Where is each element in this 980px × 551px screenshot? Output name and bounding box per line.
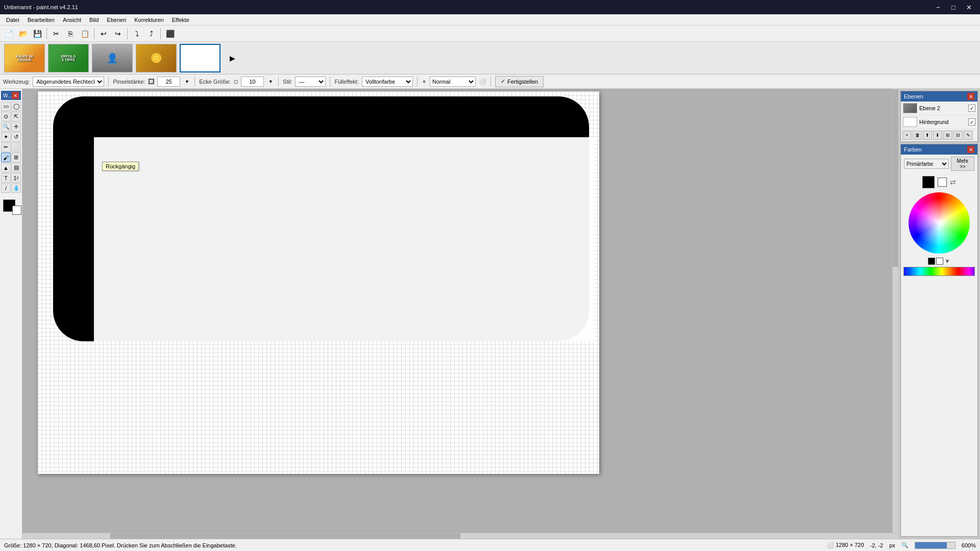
titlebar: Unbenannt - paint.net v4.2.11 − □ ✕: [0, 0, 980, 14]
color-wheel[interactable]: [909, 192, 970, 254]
tool-text[interactable]: T: [1, 173, 11, 183]
history-thumb-1[interactable]: KAUFE IMCRASH!: [4, 44, 45, 72]
history-more-button[interactable]: ▶: [226, 52, 239, 64]
tool-gradient[interactable]: ▤: [11, 163, 21, 172]
menu-bearbeiten[interactable]: Bearbeiten: [23, 14, 59, 25]
colors-more-button[interactable]: Mehr >>: [951, 157, 974, 171]
open-button[interactable]: 📂: [16, 27, 30, 40]
tool-pencil[interactable]: ✏: [1, 142, 11, 152]
color-swatch-area[interactable]: [3, 199, 22, 215]
zoom-slider[interactable]: [915, 542, 955, 549]
stil-select[interactable]: —: [295, 77, 326, 87]
tool-recolor[interactable]: ↺: [11, 132, 21, 142]
paste-button[interactable]: 📋: [78, 27, 91, 40]
menu-datei[interactable]: Datei: [2, 14, 23, 25]
swatch-black[interactable]: [928, 258, 935, 265]
tool-stamp[interactable]: ⊞: [11, 153, 21, 162]
werkzeug-select[interactable]: Abgerundetes Rechteck: [33, 77, 104, 87]
close-button[interactable]: ✕: [962, 2, 976, 13]
layers-close-button[interactable]: ✕: [967, 93, 974, 100]
undo-button[interactable]: ↩: [97, 27, 110, 40]
colors-panel: Farben ✕ Primärfarbe Sekundärfarbe Mehr …: [900, 144, 978, 537]
image-history: KAUFE IMCRASH! ERFOLG5 TIPPS 👤 🪙 ▶: [0, 42, 980, 74]
copy-button[interactable]: ⎘: [64, 27, 77, 40]
canvas-drawing: [38, 91, 599, 474]
tool-eyedrop[interactable]: 💧: [11, 183, 21, 193]
tool-zoom[interactable]: 🔍: [1, 122, 11, 132]
menu-effekte[interactable]: Effekte: [168, 14, 193, 25]
ecke-dropdown[interactable]: ▼: [267, 75, 274, 88]
colors-secondary-swatch[interactable]: [938, 178, 947, 187]
history-thumb-5[interactable]: [180, 44, 220, 72]
crop-button[interactable]: ⬛: [163, 27, 177, 40]
layer-visible-hintergrund[interactable]: ✓: [968, 118, 975, 126]
menu-bild[interactable]: Bild: [85, 14, 103, 25]
save-button[interactable]: 💾: [31, 27, 44, 40]
tool-lasso[interactable]: ⊙: [1, 112, 11, 121]
colors-panel-title: Farben: [904, 146, 922, 153]
menu-korrekturen[interactable]: Korrekturen: [130, 14, 167, 25]
deselect-button[interactable]: ⤵: [130, 27, 143, 40]
layer-duplicate-button[interactable]: ⊟: [953, 131, 963, 140]
minimize-button[interactable]: −: [931, 2, 945, 13]
menu-ebenen[interactable]: Ebenen: [103, 14, 130, 25]
canvas-area[interactable]: Rückgängig ↖ ○: [22, 89, 898, 539]
tool-select-rect[interactable]: ▭: [1, 102, 11, 111]
tool-select-ellipse[interactable]: ◯: [11, 102, 21, 111]
tool-move[interactable]: ✛: [11, 122, 21, 132]
layer-delete-button[interactable]: 🗑: [913, 131, 922, 140]
swatch-white[interactable]: [936, 258, 943, 265]
tool-magic-wand[interactable]: ✦: [1, 132, 11, 142]
swatch-more-icon[interactable]: ▼: [944, 258, 950, 265]
colors-swap-icon[interactable]: ⇄: [950, 178, 956, 186]
color-preview-row: ⇄: [922, 176, 956, 188]
cut-button[interactable]: ✂: [50, 27, 63, 40]
history-thumb-4[interactable]: 🪙: [136, 44, 177, 72]
layer-row-hintergrund[interactable]: Hintergrund ✓: [901, 115, 977, 129]
secondary-color-swatch[interactable]: [12, 206, 21, 215]
tool-fill[interactable]: ▲: [1, 163, 11, 172]
tool-brush[interactable]: 🖌: [1, 153, 11, 162]
tool-eraser[interactable]: ⬜: [11, 142, 21, 152]
layer-merge-button[interactable]: ⊞: [943, 131, 952, 140]
pinselstaerke-icon: 🔲: [148, 79, 154, 84]
right-panels: Ebenen ✕ Ebene 2 ✓ Hintergrund ✓ + 🗑: [898, 89, 980, 539]
stil-label: Stil:: [283, 79, 292, 85]
layer-up-button[interactable]: ⬆: [923, 131, 932, 140]
layer-down-button[interactable]: ⬇: [933, 131, 942, 140]
vscrollbar[interactable]: [892, 89, 898, 533]
layer-row-ebene2[interactable]: Ebene 2 ✓: [901, 102, 977, 115]
pinselstaerke-input[interactable]: [157, 77, 180, 87]
colors-mode-select[interactable]: Primärfarbe Sekundärfarbe: [904, 159, 949, 169]
layer-props-button[interactable]: ✎: [964, 131, 973, 140]
ecke-icon: ◻: [234, 79, 238, 84]
tool-shapes[interactable]: 12: [11, 173, 21, 183]
tool-line[interactable]: /: [1, 183, 11, 193]
tool-move-select[interactable]: ⇱: [11, 112, 21, 121]
toolopt-sep1: [108, 77, 109, 87]
canvas[interactable]: [38, 91, 599, 474]
colors-close-button[interactable]: ✕: [967, 146, 974, 153]
maximize-button[interactable]: □: [946, 2, 961, 13]
invert-sel-button[interactable]: ⤴: [144, 27, 158, 40]
toolbox: W... ✕ ▭ ◯ ⊙ ⇱ 🔍 ✛ ✦ ↺ ✏ ⬜ 🖌 ⊞ ▲: [0, 89, 22, 539]
ecke-groesse-input[interactable]: [241, 77, 264, 87]
new-button[interactable]: 📄: [2, 27, 15, 40]
hscroll-thumb[interactable]: [110, 533, 460, 539]
layer-visible-ebene2[interactable]: ✓: [968, 105, 975, 112]
menu-ansicht[interactable]: Ansicht: [59, 14, 85, 25]
redo-button[interactable]: ↪: [111, 27, 125, 40]
layer-add-button[interactable]: +: [902, 131, 912, 140]
vscroll-thumb[interactable]: [893, 89, 898, 267]
color-palette[interactable]: [903, 267, 975, 276]
blend-mode-select[interactable]: Normal: [430, 77, 476, 87]
fertigstellen-button[interactable]: ✓ Fertigstellen: [495, 76, 544, 87]
werkzeug-label: Werkzeug:: [3, 79, 30, 85]
pinselstaerke-dropdown[interactable]: ▼: [183, 75, 190, 88]
toolbox-close[interactable]: ✕: [12, 92, 19, 99]
fuelleffekt-select[interactable]: Volltonfarbe: [362, 77, 413, 87]
hscrollbar[interactable]: [22, 533, 898, 539]
history-thumb-3[interactable]: 👤: [92, 44, 133, 72]
history-thumb-2[interactable]: ERFOLG5 TIPPS: [48, 44, 89, 72]
colors-primary-swatch[interactable]: [922, 176, 935, 188]
